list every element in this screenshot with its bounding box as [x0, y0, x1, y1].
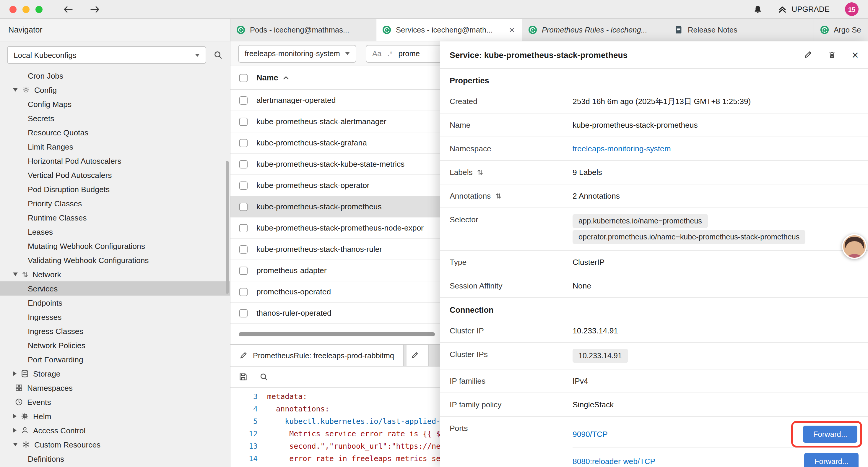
row-checkbox[interactable] — [239, 266, 248, 274]
service-name: kube-prometheus-stack-thanos-ruler — [256, 245, 382, 254]
pencil-icon — [411, 351, 419, 359]
namespace-filter-select[interactable]: freeleaps-monitoring-system — [238, 45, 356, 62]
row-checkbox[interactable] — [239, 224, 248, 232]
tab-services-icecheng-math[interactable]: Services - icecheng@math...× — [376, 19, 522, 41]
detail-row-labels: Labels9 Labels — [440, 161, 868, 184]
sidebar-item-access-control[interactable]: Access Control — [0, 423, 230, 437]
sidebar-item-ingress-classes[interactable]: Ingress Classes — [0, 324, 230, 338]
sidebar-item-label: Events — [27, 398, 51, 406]
select-all-checkbox[interactable] — [239, 74, 248, 82]
row-checkbox[interactable] — [239, 117, 248, 126]
sidebar-item-namespaces[interactable]: Namespaces — [0, 381, 230, 395]
tab-prometheus-rules-icecheng[interactable]: Prometheus Rules - icecheng... — [522, 19, 668, 41]
notification-count-badge[interactable]: 15 — [845, 2, 859, 16]
sidebar-item-endpoints[interactable]: Endpoints — [0, 296, 230, 310]
editor-search-icon[interactable] — [259, 372, 268, 381]
sort-ascending-icon[interactable] — [283, 76, 289, 80]
sidebar-item-helm[interactable]: Helm — [0, 409, 230, 423]
traffic-light-minimize-button[interactable] — [23, 6, 30, 13]
sidebar-item-label: Ingress Classes — [28, 327, 83, 335]
sidebar-item-network[interactable]: Network — [0, 267, 230, 282]
sidebar-item-label: Definitions — [28, 454, 64, 463]
tab-release-notes[interactable]: Release Notes — [668, 19, 814, 41]
chevron-right-icon — [13, 371, 17, 376]
row-checkbox[interactable] — [239, 288, 248, 296]
sidebar-item-label: Vertical Pod Autoscalers — [28, 171, 112, 179]
forward-icon[interactable] — [90, 5, 100, 13]
sidebar-item-limit-ranges[interactable]: Limit Ranges — [0, 140, 230, 154]
sidebar-item-label: Port Forwarding — [28, 355, 83, 364]
sort-toggle-icon[interactable] — [495, 192, 501, 200]
traffic-light-zoom-button[interactable] — [35, 6, 42, 13]
sidebar-item-label: Limit Ranges — [28, 142, 73, 151]
sidebar-item-pod-disruption-budgets[interactable]: Pod Disruption Budgets — [0, 182, 230, 196]
chevron-down-icon — [13, 88, 18, 92]
sidebar-search-icon[interactable] — [213, 50, 223, 60]
forward-button[interactable]: Forward... — [804, 453, 859, 467]
sidebar-item-mutating-webhook-configurations[interactable]: Mutating Webhook Configurations — [0, 239, 230, 253]
row-checkbox[interactable] — [239, 202, 248, 211]
sort-toggle-icon[interactable] — [477, 169, 483, 176]
sidebar-item-resource-quotas[interactable]: Resource Quotas — [0, 125, 230, 140]
sidebar-item-config[interactable]: Config — [0, 83, 230, 97]
sidebar-item-runtime-classes[interactable]: Runtime Classes — [0, 210, 230, 225]
traffic-light-close-button[interactable] — [9, 6, 17, 13]
service-name: kube-prometheus-stack-kube-state-metrics — [256, 159, 404, 169]
assistant-avatar[interactable] — [842, 234, 867, 259]
row-checkbox[interactable] — [239, 309, 248, 317]
row-checkbox[interactable] — [239, 96, 248, 104]
row-checkbox[interactable] — [239, 245, 248, 253]
sidebar-item-cron-jobs[interactable]: Cron Jobs — [0, 68, 230, 83]
sidebar-item-label: Custom Resources — [34, 440, 100, 449]
port-link[interactable]: 9090/TCP — [572, 430, 608, 439]
sidebar-item-validating-webhook-configurations[interactable]: Validating Webhook Configurations — [0, 253, 230, 267]
upgrade-button[interactable]: UPGRADE — [777, 5, 830, 13]
sidebar-item-port-forwarding[interactable]: Port Forwarding — [0, 352, 230, 367]
sidebar-item-vertical-pod-autoscalers[interactable]: Vertical Pod Autoscalers — [0, 168, 230, 182]
grid-icon — [15, 384, 23, 392]
sidebar-item-storage[interactable]: Storage — [0, 367, 230, 381]
sidebar-item-priority-classes[interactable]: Priority Classes — [0, 196, 230, 210]
pencil-icon — [239, 351, 248, 359]
sidebar-item-custom-resources[interactable]: Custom Resources — [0, 437, 230, 451]
cluster-tabs: Pods - icecheng@mathmas...Services - ice… — [230, 19, 868, 41]
delete-trash-icon[interactable] — [828, 50, 836, 59]
sidebar-item-network-policies[interactable]: Network Policies — [0, 338, 230, 352]
detail-value: 253d 16h 6m ago (2025年1月13日 GMT+8 1:25:3… — [572, 96, 859, 107]
edit-pencil-icon[interactable] — [804, 50, 813, 59]
sidebar-item-label: Mutating Webhook Configurations — [28, 241, 145, 250]
regex-toggle[interactable]: .* — [387, 49, 392, 58]
upgrade-icon — [777, 5, 787, 13]
row-checkbox[interactable] — [239, 139, 248, 147]
port-link[interactable]: 8080:reloader-web/TCP — [572, 457, 655, 466]
match-case-toggle[interactable]: Aa — [372, 49, 381, 58]
name-column-header[interactable]: Name — [256, 73, 278, 82]
sidebar-item-events[interactable]: Events — [0, 395, 230, 409]
sidebar-item-horizontal-pod-autoscalers[interactable]: Horizontal Pod Autoscalers — [0, 154, 230, 168]
namespace-link[interactable]: freeleaps-monitoring-system — [572, 144, 671, 153]
detail-value: kube-prometheus-stack-prometheus — [572, 121, 859, 129]
horizontal-scrollbar[interactable] — [239, 332, 435, 337]
service-name: alertmanager-operated — [256, 96, 336, 105]
forward-button[interactable]: Forward... — [803, 426, 857, 443]
row-checkbox[interactable] — [239, 181, 248, 189]
kubeconfig-select[interactable]: Local Kubeconfigs — [7, 46, 206, 64]
sidebar-scrollbar[interactable] — [226, 161, 229, 294]
sidebar-item-secrets[interactable]: Secrets — [0, 111, 230, 125]
close-tab-icon[interactable]: × — [508, 25, 516, 35]
sidebar-item-definitions[interactable]: Definitions — [0, 451, 230, 466]
sidebar-item-leases[interactable]: Leases — [0, 225, 230, 239]
tab-pods-icecheng-mathmas[interactable]: Pods - icecheng@mathmas... — [230, 19, 376, 41]
sidebar-item-ingresses[interactable]: Ingresses — [0, 310, 230, 324]
save-icon[interactable] — [239, 372, 248, 381]
editor-tab-prometheusrule[interactable]: PrometheusRule: freeleaps-prod-rabbitmq — [230, 345, 404, 366]
back-icon[interactable] — [63, 5, 73, 13]
tab-argo-se[interactable]: Argo Se — [814, 19, 868, 41]
sidebar-item-config-maps[interactable]: Config Maps — [0, 97, 230, 111]
sidebar-item-services[interactable]: Services — [0, 282, 230, 296]
row-checkbox[interactable] — [239, 160, 248, 168]
detail-value: freeleaps-monitoring-system — [572, 144, 859, 153]
notifications-bell-icon[interactable] — [753, 4, 762, 14]
close-icon[interactable]: × — [852, 49, 859, 61]
editor-tab-partial[interactable] — [406, 345, 429, 366]
